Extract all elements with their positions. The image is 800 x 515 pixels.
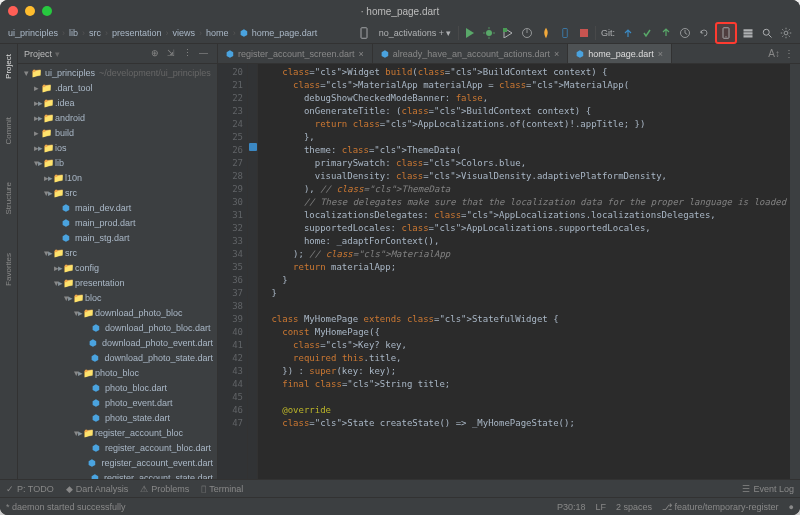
close-tab-icon[interactable]: × [554, 49, 559, 59]
close-tab-icon[interactable]: × [359, 49, 364, 59]
tree-node[interactable]: ⬢main_dev.dart [18, 201, 217, 216]
profile-button[interactable] [519, 25, 535, 41]
panel-settings-icon[interactable]: ⋮ [183, 48, 195, 60]
tab-list-icon[interactable]: ⋮ [784, 48, 794, 59]
editor-tab[interactable]: ⬢ register_account_screen.dart × [218, 44, 373, 63]
minimize-window-button[interactable] [25, 6, 35, 16]
editor-tab-bar: ⬢ register_account_screen.dart × ⬢ alrea… [218, 44, 800, 64]
tree-node[interactable]: ▾▸📁presentation [18, 276, 217, 291]
tree-node[interactable]: ▸▸📁.idea [18, 96, 217, 111]
tree-node[interactable]: ⬢download_photo_bloc.dart [18, 321, 217, 336]
tree-node[interactable]: ▸▸📁config [18, 261, 217, 276]
error-stripe[interactable] [790, 64, 800, 479]
tree-node[interactable]: ⬢download_photo_state.dart [18, 351, 217, 366]
terminal-tool-tab[interactable]: ⌷Terminal [201, 484, 243, 494]
tree-node[interactable]: ▸▸📁android [18, 111, 217, 126]
project-panel: Project ▾ ⊕ ⇲ ⋮ — ▾📁ui_principles~/devel… [18, 44, 218, 479]
svg-point-19 [763, 29, 769, 35]
event-log-tool-tab[interactable]: ☰Event Log [742, 484, 794, 494]
commit-tool-tab[interactable]: Commit [4, 113, 13, 149]
stop-button[interactable] [576, 25, 592, 41]
todo-tool-tab[interactable]: ✓P: TODO [6, 484, 54, 494]
sdk-manager-button[interactable] [740, 25, 756, 41]
tree-node[interactable]: ▸▸📁ios [18, 141, 217, 156]
run-button[interactable] [462, 25, 478, 41]
svg-point-2 [486, 30, 492, 36]
tree-node[interactable]: ▸📁.dart_tool [18, 81, 217, 96]
vcs-history-button[interactable] [677, 25, 693, 41]
settings-button[interactable] [778, 25, 794, 41]
svg-rect-16 [744, 29, 753, 31]
hide-panel-icon[interactable]: — [199, 48, 211, 60]
reader-mode-icon[interactable]: A↕ [768, 48, 780, 59]
coverage-button[interactable] [500, 25, 516, 41]
editor-tab[interactable]: ⬢ home_page.dart × [568, 44, 672, 63]
line-number-gutter[interactable]: 2021222324252627282930313233343536373839… [218, 64, 248, 479]
device-selector[interactable] [356, 25, 372, 41]
project-tool-tab[interactable]: Project [4, 50, 13, 83]
tree-node[interactable]: ▾▸📁bloc [18, 291, 217, 306]
tree-node[interactable]: ⬢register_account_event.dart [18, 456, 217, 471]
tree-node[interactable]: ▾▸📁src [18, 186, 217, 201]
status-bar: * daemon started successfully P30:18 LF … [0, 497, 800, 515]
zoom-window-button[interactable] [42, 6, 52, 16]
breadcrumb-item[interactable]: views [173, 28, 196, 38]
tree-node[interactable]: ⬢photo_bloc.dart [18, 381, 217, 396]
close-tab-icon[interactable]: × [658, 49, 663, 59]
tree-node[interactable]: ⬢register_account_bloc.dart [18, 441, 217, 456]
select-opened-file-icon[interactable]: ⊕ [151, 48, 163, 60]
code-editor[interactable]: class="cls">Widget build(class="cls">Bui… [258, 64, 790, 479]
avd-manager-button[interactable] [718, 25, 734, 41]
breadcrumb-item[interactable]: ui_principles [8, 28, 58, 38]
dart-analysis-tool-tab[interactable]: ◆Dart Analysis [66, 484, 129, 494]
favorites-tool-tab[interactable]: Favorites [4, 249, 13, 290]
hot-reload-button[interactable] [538, 25, 554, 41]
problems-tool-tab[interactable]: ⚠Problems [140, 484, 189, 494]
git-branch[interactable]: ⎇ feature/temporary-register [662, 502, 779, 512]
breadcrumb-item[interactable]: lib [69, 28, 78, 38]
vcs-update-button[interactable] [620, 25, 636, 41]
tree-node[interactable]: ▸▸📁l10n [18, 171, 217, 186]
tree-node[interactable]: ▾▸📁photo_bloc [18, 366, 217, 381]
tree-node[interactable]: ▾📁ui_principles~/development/ui_principl… [18, 66, 217, 81]
close-window-button[interactable] [8, 6, 18, 16]
annotation-gutter [248, 64, 258, 479]
gutter-marker-icon[interactable] [249, 143, 257, 151]
memory-indicator[interactable]: ● [789, 502, 794, 512]
tree-node[interactable]: ▾▸📁download_photo_bloc [18, 306, 217, 321]
editor-tab[interactable]: ⬢ already_have_an_account_actions.dart × [373, 44, 568, 63]
tree-node[interactable]: ⬢register_account_state.dart [18, 471, 217, 479]
flutter-inspector-highlight [715, 22, 737, 44]
line-separator[interactable]: LF [595, 502, 606, 512]
vcs-rollback-button[interactable] [696, 25, 712, 41]
run-config-selector[interactable]: no_activations +▾ [375, 28, 455, 38]
git-label: Git: [601, 28, 615, 38]
breadcrumb-item[interactable]: src [89, 28, 101, 38]
editor-tab-label: home_page.dart [588, 49, 654, 59]
structure-tool-tab[interactable]: Structure [4, 178, 13, 218]
main-toolbar: ui_principles› lib› src› presentation› v… [0, 22, 800, 44]
project-tree[interactable]: ▾📁ui_principles~/development/ui_principl… [18, 64, 217, 479]
vcs-push-button[interactable] [658, 25, 674, 41]
tree-node[interactable]: ▾▸📁register_account_bloc [18, 426, 217, 441]
tree-node[interactable]: ⬢main_stg.dart [18, 231, 217, 246]
tree-node[interactable]: ▾▸📁src [18, 246, 217, 261]
caret-position[interactable]: P30:18 [557, 502, 586, 512]
tree-node[interactable]: ⬢download_photo_event.dart [18, 336, 217, 351]
indent-info[interactable]: 2 spaces [616, 502, 652, 512]
vcs-commit-button[interactable] [639, 25, 655, 41]
expand-all-icon[interactable]: ⇲ [167, 48, 179, 60]
attach-debugger-button[interactable] [557, 25, 573, 41]
tree-node[interactable]: ▸📁build [18, 126, 217, 141]
tree-node[interactable]: ▾▸📁lib [18, 156, 217, 171]
breadcrumb-item[interactable]: home [206, 28, 229, 38]
tree-node[interactable]: ⬢photo_state.dart [18, 411, 217, 426]
search-everywhere-button[interactable] [759, 25, 775, 41]
breadcrumb[interactable]: ui_principles› lib› src› presentation› v… [0, 28, 317, 38]
tree-node[interactable]: ⬢main_prod.dart [18, 216, 217, 231]
breadcrumb-file[interactable]: home_page.dart [252, 28, 318, 38]
tree-node[interactable]: ⬢photo_event.dart [18, 396, 217, 411]
breadcrumb-item[interactable]: presentation [112, 28, 162, 38]
debug-button[interactable] [481, 25, 497, 41]
svg-rect-11 [580, 29, 588, 37]
